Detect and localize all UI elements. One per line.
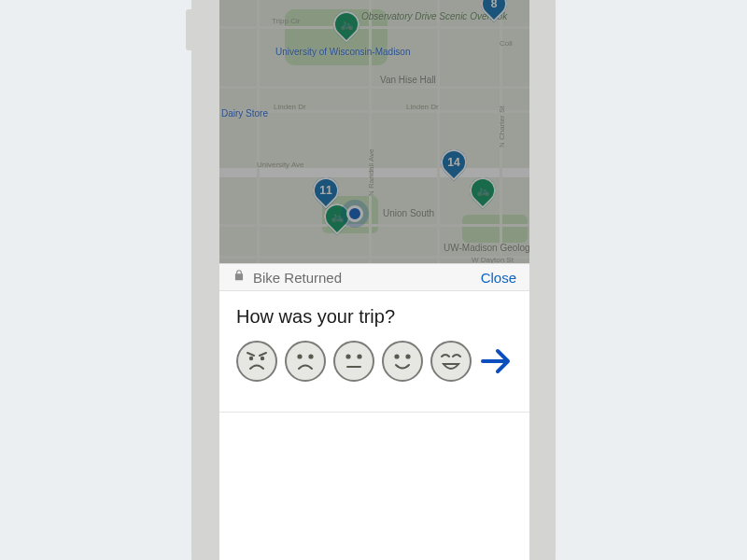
svg-point-4 (298, 355, 301, 357)
lock-icon (233, 269, 246, 286)
map-label-van-hise: Van Hise Hall (380, 75, 436, 85)
app-screen: University of Wisconsin-Madison Observat… (219, 0, 529, 560)
svg-point-9 (395, 355, 398, 357)
station-pin-bike[interactable]: 🚲 (464, 172, 501, 209)
rating-prompt: How was your trip? (236, 306, 513, 328)
close-button[interactable]: Close (481, 270, 516, 286)
svg-point-7 (358, 355, 360, 357)
svg-point-1 (261, 357, 263, 359)
map-road (257, 0, 260, 263)
svg-point-5 (309, 355, 312, 357)
street-coll: Coll (500, 39, 513, 48)
map-park (462, 215, 528, 243)
street-tripp: Tripp Cir (272, 17, 300, 25)
rating-face-angry[interactable] (236, 341, 277, 382)
map-view[interactable]: University of Wisconsin-Madison Observat… (219, 0, 529, 263)
street-university: University Ave (257, 161, 304, 169)
svg-line-2 (247, 353, 254, 356)
street-linden: Linden Dr (274, 103, 306, 111)
bike-icon: 🚲 (340, 18, 354, 31)
phone-frame: University of Wisconsin-Madison Observat… (191, 0, 556, 560)
svg-point-10 (406, 355, 409, 357)
map-road (219, 224, 529, 227)
map-road (369, 0, 372, 263)
street-linden: Linden Dr (406, 103, 439, 111)
user-location-dot (346, 205, 363, 222)
next-button[interactable] (479, 344, 513, 378)
station-count: 8 (491, 0, 498, 10)
rating-face-happy[interactable] (382, 341, 423, 382)
svg-point-6 (346, 355, 349, 357)
map-label-union-south: Union South (383, 208, 434, 218)
map-road (219, 86, 529, 89)
map-road (437, 0, 440, 263)
map-label-uw-madison: University of Wisconsin-Madison (275, 47, 411, 57)
rating-faces-row (236, 341, 513, 382)
modal-status-text: Bike Returned (253, 270, 481, 286)
station-count: 11 (319, 184, 331, 197)
map-label-dairy-store: Dairy Store (221, 108, 268, 119)
map-label-geology: UW-Madison Geology Museum (444, 243, 529, 253)
bike-icon: 🚲 (476, 184, 490, 197)
rating-face-neutral[interactable] (333, 341, 374, 382)
modal-header: Bike Returned Close (219, 263, 529, 291)
map-road (219, 26, 529, 29)
rating-face-very-happy[interactable] (430, 341, 472, 382)
rating-face-sad[interactable] (285, 341, 326, 382)
station-count: 14 (447, 156, 459, 169)
rating-panel: How was your trip? (219, 291, 529, 413)
svg-line-3 (260, 353, 266, 356)
street-randall: N Randall Ave (367, 148, 375, 196)
street-charter: N Charter St (498, 106, 506, 147)
phone-side-button (186, 9, 191, 50)
svg-point-0 (250, 357, 252, 359)
bike-icon: 🚲 (331, 210, 345, 223)
